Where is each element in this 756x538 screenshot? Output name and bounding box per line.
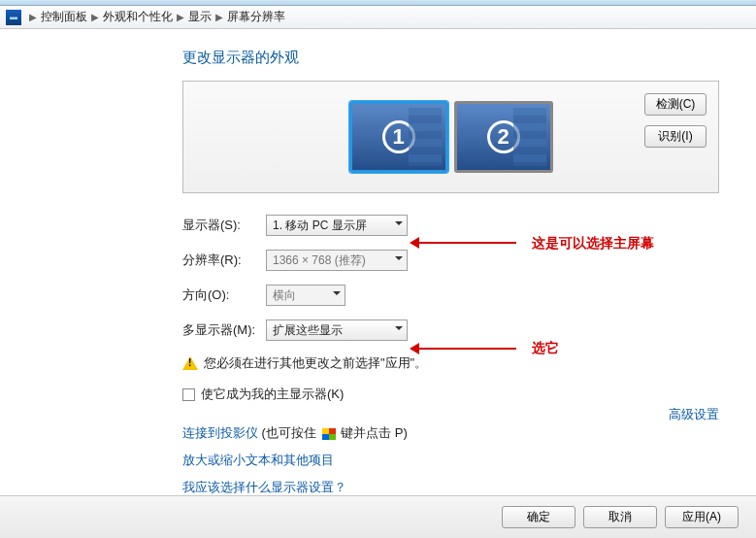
display-preview: 1 2 检测(C) 识别(I): [182, 81, 719, 193]
annotation-text-2: 选它: [532, 340, 559, 357]
display-label: 显示器(S):: [182, 217, 266, 234]
multi-display-label: 多显示器(M):: [182, 321, 266, 339]
warning-row: 您必须在进行其他更改之前选择"应用"。: [182, 354, 719, 372]
control-panel-icon: [6, 10, 21, 25]
resolution-dropdown[interactable]: 1366 × 768 (推荐): [266, 250, 408, 271]
text-size-link[interactable]: 放大或缩小文本和其他项目: [182, 453, 334, 467]
multi-display-value: 扩展这些显示: [273, 322, 343, 339]
warning-text: 您必须在进行其他更改之前选择"应用"。: [204, 354, 427, 372]
chevron-right-icon: ▶: [29, 12, 37, 22]
chevron-right-icon: ▶: [215, 12, 223, 22]
breadcrumb-item[interactable]: 显示: [188, 9, 212, 25]
annotation-text-1: 这是可以选择主屏幕: [532, 235, 654, 252]
projector-hint-b: 键并点击 P): [338, 425, 408, 440]
chevron-right-icon: ▶: [177, 12, 184, 22]
detect-button[interactable]: 检测(C): [644, 93, 707, 116]
breadcrumb: ▶ 控制面板 ▶ 外观和个性化 ▶ 显示 ▶ 屏幕分辨率: [0, 6, 756, 29]
annotation-arrow-icon: [413, 348, 516, 350]
which-display-link[interactable]: 我应该选择什么显示器设置？: [182, 480, 346, 494]
annotation-arrow-icon: [413, 242, 516, 244]
page-title: 更改显示器的外观: [182, 49, 719, 67]
resolution-label: 分辨率(R):: [182, 252, 266, 269]
ok-button[interactable]: 确定: [502, 506, 575, 528]
breadcrumb-item[interactable]: 控制面板: [41, 9, 87, 25]
orientation-dropdown[interactable]: 横向: [266, 285, 345, 306]
display-dropdown[interactable]: 1. 移动 PC 显示屏: [266, 215, 408, 236]
apply-button[interactable]: 应用(A): [665, 506, 739, 528]
display-value: 1. 移动 PC 显示屏: [273, 218, 367, 234]
projector-link[interactable]: 连接到投影仪: [182, 425, 258, 440]
monitor-2[interactable]: 2: [454, 101, 553, 173]
monitor-1[interactable]: 1: [349, 101, 448, 173]
breadcrumb-item[interactable]: 外观和个性化: [103, 9, 173, 25]
projector-hint-a: (也可按住: [258, 425, 320, 440]
primary-display-checkbox[interactable]: [182, 388, 195, 401]
windows-key-icon: [322, 428, 336, 440]
monitor-pattern: [409, 108, 442, 166]
chevron-right-icon: ▶: [91, 12, 99, 22]
orientation-label: 方向(O):: [182, 286, 266, 304]
monitor-pattern: [513, 108, 546, 166]
advanced-settings-link[interactable]: 高级设置: [669, 406, 719, 423]
breadcrumb-item[interactable]: 屏幕分辨率: [227, 9, 285, 25]
primary-display-checkbox-label: 使它成为我的主显示器(K): [201, 386, 344, 403]
dialog-footer: 确定 取消 应用(A): [0, 495, 756, 538]
warning-icon: [182, 356, 198, 370]
multi-display-dropdown[interactable]: 扩展这些显示: [266, 319, 408, 341]
orientation-value: 横向: [273, 287, 296, 304]
identify-button[interactable]: 识别(I): [644, 125, 707, 148]
cancel-button[interactable]: 取消: [583, 506, 657, 528]
resolution-value: 1366 × 768 (推荐): [273, 252, 366, 269]
